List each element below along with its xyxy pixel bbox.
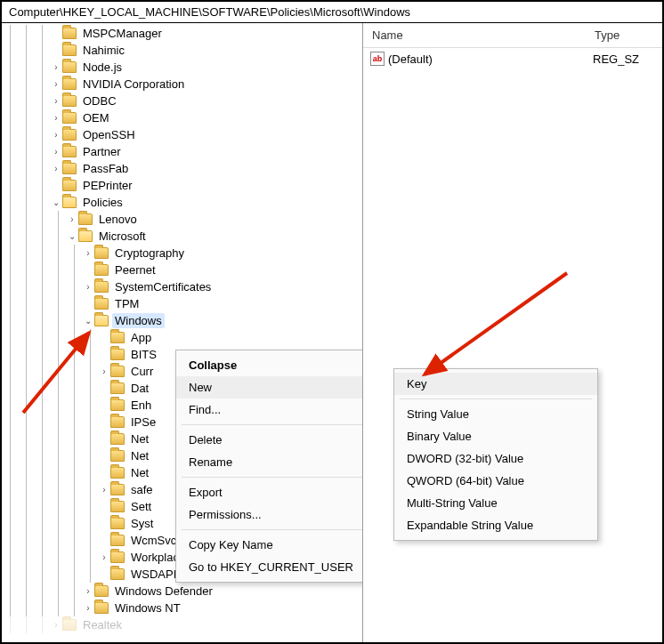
menu-item[interactable]: QWORD (64-bit) Value	[394, 470, 597, 492]
chevron-down-icon[interactable]: ⌄	[66, 230, 78, 243]
chevron-right-icon[interactable]: ›	[50, 163, 62, 175]
chevron-right-icon[interactable]: ›	[98, 551, 110, 564]
menu-item[interactable]: Expandable String Value	[394, 514, 597, 536]
tree-item[interactable]: ›NVIDIA Corporation	[2, 76, 362, 93]
tree-item[interactable]: ›ODBC	[2, 93, 362, 109]
value-type: REG_SZ	[593, 52, 655, 66]
tree-item[interactable]: ›Lenovo	[2, 211, 362, 228]
chevron-right-icon[interactable]: ›	[82, 247, 94, 260]
menu-item[interactable]: Key	[394, 373, 597, 395]
chevron-right-icon[interactable]: ›	[98, 484, 110, 496]
folder-icon	[94, 585, 109, 597]
tree-item-label: Windows	[112, 313, 165, 328]
chevron-right-icon[interactable]: ›	[50, 78, 62, 91]
folder-icon	[110, 467, 125, 479]
tree-pane[interactable]: MSPCManagerNahimic›Node.js›NVIDIA Corpor…	[2, 23, 363, 642]
menu-item[interactable]: Delete	[176, 429, 363, 451]
menu-item[interactable]: Copy Key Name	[176, 534, 363, 556]
col-header-name[interactable]: Name	[363, 23, 586, 47]
tree-item[interactable]: ›PassFab	[2, 160, 362, 177]
address-bar[interactable]: Computer\HKEY_LOCAL_MACHINE\SOFTWARE\Pol…	[2, 2, 662, 23]
menu-item-label: Rename	[189, 455, 232, 469]
tree-item-label: Net	[128, 448, 151, 463]
folder-icon	[62, 129, 77, 141]
chevron-right-icon[interactable]: ›	[50, 112, 62, 125]
menu-item[interactable]: Find...	[176, 398, 363, 421]
tree-item-label: ODBC	[80, 93, 119, 109]
tree-item[interactable]: ⌄Windows	[2, 312, 362, 329]
menu-item[interactable]: Multi-String Value	[394, 492, 597, 514]
folder-icon	[62, 163, 77, 174]
expander-none	[50, 180, 62, 192]
tree-item[interactable]: ›Realtek	[2, 616, 362, 633]
menu-item[interactable]: Go to HKEY_CURRENT_USER	[176, 556, 363, 578]
tree-item-label: Windows NT	[112, 600, 183, 616]
tree-item[interactable]: Peernet	[2, 262, 362, 278]
list-row[interactable]: ab(Default)REG_SZ	[363, 48, 662, 69]
tree-item[interactable]: PEPrinter	[2, 177, 362, 194]
tree-item[interactable]: ›Windows NT	[2, 600, 362, 616]
menu-item[interactable]: Rename	[176, 451, 363, 473]
expander-none	[98, 467, 110, 479]
folder-icon	[62, 197, 77, 208]
tree-item[interactable]: ›Partner	[2, 143, 362, 160]
tree-item[interactable]: ›Windows Defender	[2, 583, 362, 600]
tree-item[interactable]: ⌄Policies	[2, 194, 362, 211]
tree-item[interactable]: TPM	[2, 295, 362, 312]
menu-item[interactable]: New▶	[176, 376, 363, 398]
folder-icon	[62, 78, 77, 90]
expander-none	[98, 332, 110, 344]
tree-item-label: Peernet	[112, 262, 158, 278]
folder-icon	[94, 264, 109, 276]
tree-item-label: Syst	[128, 516, 156, 531]
tree-item[interactable]: ›OpenSSH	[2, 126, 362, 143]
chevron-right-icon[interactable]: ›	[50, 146, 62, 158]
col-header-type[interactable]: Type	[586, 23, 648, 47]
chevron-down-icon[interactable]: ⌄	[82, 315, 94, 327]
expander-none	[50, 44, 62, 57]
tree-item-label: Windows Defender	[112, 584, 215, 599]
folder-icon	[110, 349, 125, 360]
tree-item-label: Policies	[80, 195, 126, 210]
menu-item[interactable]: DWORD (32-bit) Value	[394, 447, 597, 470]
folder-icon	[110, 568, 125, 580]
chevron-down-icon[interactable]: ⌄	[50, 197, 62, 209]
chevron-right-icon[interactable]: ›	[82, 585, 94, 598]
tree-item-label: Net	[128, 465, 151, 480]
menu-item[interactable]: String Value	[394, 403, 597, 425]
chevron-right-icon[interactable]: ›	[66, 213, 78, 226]
value-name: (Default)	[388, 52, 433, 66]
tree-item[interactable]: ›OEM	[2, 109, 362, 126]
folder-icon	[78, 213, 93, 225]
expander-none	[98, 518, 110, 530]
tree-item[interactable]: ›SystemCertificates	[2, 278, 362, 295]
menu-item[interactable]: Collapse	[176, 354, 363, 376]
tree-item[interactable]: ›Node.js	[2, 59, 362, 76]
chevron-right-icon[interactable]: ›	[50, 129, 62, 141]
registry-editor-window: Computer\HKEY_LOCAL_MACHINE\SOFTWARE\Pol…	[0, 0, 664, 644]
folder-icon	[62, 28, 77, 39]
chevron-right-icon[interactable]: ›	[98, 366, 110, 378]
tree-item[interactable]: MSPCManager	[2, 25, 362, 42]
values-pane[interactable]: Name Type ab(Default)REG_SZ	[363, 23, 662, 642]
folder-icon	[62, 44, 77, 56]
folder-icon	[94, 247, 109, 259]
tree-item-label: Net	[128, 431, 151, 447]
expander-none	[98, 349, 110, 361]
tree-item[interactable]: Nahimic	[2, 42, 362, 59]
menu-item-label: Binary Value	[407, 430, 472, 443]
chevron-right-icon[interactable]: ›	[82, 602, 94, 615]
menu-item[interactable]: Permissions...	[176, 503, 363, 526]
tree-item-label: TPM	[112, 296, 142, 311]
menu-item[interactable]: Binary Value	[394, 425, 597, 447]
expander-none	[98, 535, 110, 547]
tree-item[interactable]: ›Cryptography	[2, 245, 362, 262]
menu-item[interactable]: Export	[176, 481, 363, 503]
tree-item[interactable]: App	[2, 329, 362, 346]
tree-item[interactable]: ⌄Microsoft	[2, 228, 362, 245]
folder-icon	[110, 535, 125, 546]
chevron-right-icon[interactable]: ›	[50, 619, 62, 632]
chevron-right-icon[interactable]: ›	[82, 281, 94, 294]
chevron-right-icon[interactable]: ›	[50, 95, 62, 108]
chevron-right-icon[interactable]: ›	[50, 61, 62, 74]
